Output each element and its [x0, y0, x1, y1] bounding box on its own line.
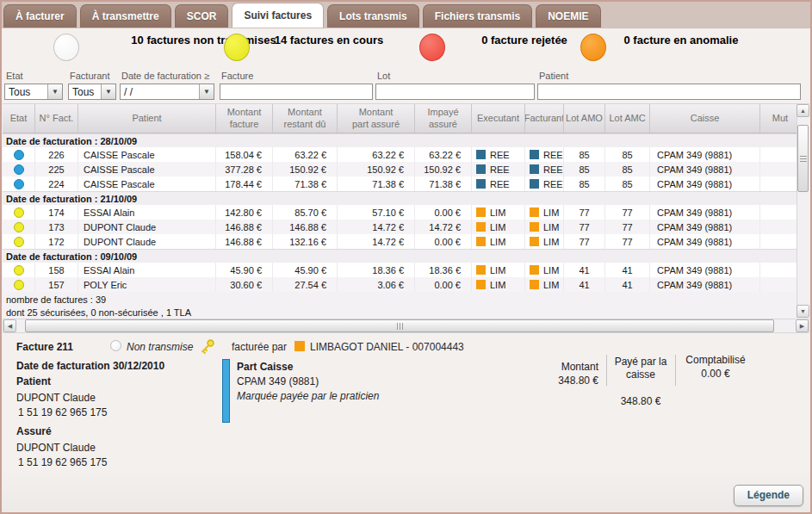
cell-etat: [3, 220, 35, 234]
facture-detail-panel: Facture 211 Non transmise facturée par L…: [2, 334, 810, 512]
scroll-left-icon[interactable]: ◀: [3, 319, 16, 332]
tab-suivi-factures[interactable]: Suivi factures: [232, 3, 324, 28]
cell-fact: REE: [525, 176, 564, 191]
cell-caisse: CPAM 349 (9881): [650, 147, 760, 162]
legende-button[interactable]: Légende: [734, 485, 803, 506]
table-row[interactable]: 157POLY Eric30.60 €27.54 €3.06 €0.00 €LI…: [3, 277, 809, 292]
key-icon[interactable]: [200, 338, 215, 356]
col-header-etat[interactable]: Etat: [3, 104, 35, 133]
vertical-scroll-thumb[interactable]: [797, 125, 809, 192]
table-row[interactable]: 172DUPONT Claude146.88 €132.16 €14.72 €0…: [3, 234, 809, 249]
col-header-executant[interactable]: Executant: [472, 104, 525, 133]
etat-select[interactable]: Tous ▼: [4, 84, 63, 100]
cell-caisse: CPAM 349 (9881): [650, 176, 760, 191]
table-row[interactable]: 226CAISSE Pascale158.04 €63.22 €63.22 €6…: [3, 147, 809, 162]
table-row[interactable]: 174ESSAI Alain142.80 €85.70 €57.10 €0.00…: [3, 205, 809, 220]
cell-mut: [760, 234, 800, 249]
cell-num: 224: [35, 176, 78, 191]
col-header-montant-part-assure[interactable]: Montant part assuré: [338, 104, 415, 133]
cell-mut: [760, 205, 800, 220]
paye-block: Payé par la caisse 348.80 €: [610, 342, 672, 423]
date-facturation-picker[interactable]: / / ▼: [120, 84, 214, 100]
facture-input[interactable]: [220, 84, 372, 99]
cell-m_restant: 85.70 €: [273, 205, 338, 220]
chevron-down-icon[interactable]: ▼: [47, 84, 62, 99]
cell-fact: LIM: [525, 220, 564, 234]
comptabilise-block: Comptabilisé 0.00 €: [680, 354, 751, 381]
cell-patient: CAISSE Pascale: [78, 176, 216, 191]
cell-etat: [3, 263, 35, 277]
scroll-right-icon[interactable]: ▶: [796, 319, 809, 332]
tab-lots-transmis[interactable]: Lots transmis: [327, 4, 419, 28]
cell-amo: 85: [564, 147, 605, 162]
horizontal-scroll-thumb[interactable]: [25, 319, 774, 332]
cell-m_impaye: 0.00 €: [415, 205, 472, 220]
table-body: Date de facturation : 28/10/09226CAISSE …: [3, 133, 809, 292]
group-header: Date de facturation : 28/10/09: [3, 133, 809, 147]
cell-m_facture: 377.28 €: [216, 162, 273, 176]
horizontal-scrollbar[interactable]: ◀ ▶: [3, 319, 809, 333]
yellow-status-dot-icon: [14, 237, 24, 247]
scroll-down-icon[interactable]: ▼: [797, 305, 809, 318]
lot-input[interactable]: [376, 84, 534, 99]
cell-exec: LIM: [472, 234, 525, 249]
facturant-select[interactable]: Tous ▼: [68, 84, 116, 100]
assure-name: DUPONT Claude: [16, 442, 96, 454]
paye-value: 348.80 €: [610, 395, 672, 409]
factures-count: nombre de factures : 39: [6, 294, 809, 307]
cell-caisse: CPAM 349 (9881): [650, 220, 760, 234]
detail-title: Facture 211: [16, 341, 73, 353]
detail-status: Non transmise: [127, 341, 193, 353]
cell-amc: 85: [605, 176, 650, 191]
group-header: Date de facturation : 21/10/09: [3, 191, 809, 205]
cell-patient: POLY Eric: [78, 277, 216, 292]
col-header-caisse[interactable]: Caisse: [650, 104, 760, 133]
col-header-montant-restant[interactable]: Montant restant dû: [273, 104, 338, 133]
tab-a-transmettre[interactable]: À transmettre: [80, 4, 171, 28]
table-row[interactable]: 225CAISSE Pascale377.28 €150.92 €150.92 …: [3, 162, 809, 176]
cell-m_impaye: 18.36 €: [415, 263, 472, 277]
table-row[interactable]: 224CAISSE Pascale178.44 €71.38 €71.38 €7…: [3, 176, 809, 191]
tab-a-facturer[interactable]: À facturer: [3, 4, 77, 28]
cell-m_restant: 27.54 €: [273, 277, 338, 292]
col-header-montant-facture[interactable]: Montant facture: [216, 104, 273, 133]
montant-value: 348.80 €: [531, 375, 598, 388]
teal-square-icon: [476, 179, 486, 189]
cell-num: 172: [35, 234, 78, 249]
chevron-down-icon[interactable]: ▼: [199, 84, 214, 99]
col-header-lot-amo[interactable]: Lot AMO: [564, 104, 605, 133]
tab-scor[interactable]: SCOR: [175, 4, 229, 28]
table-row[interactable]: 158ESSAI Alain45.90 €45.90 €18.36 €18.36…: [3, 263, 809, 277]
vertical-scrollbar[interactable]: ▲ ▼: [797, 104, 809, 318]
col-header-impaye-assure[interactable]: Impayé assuré: [415, 104, 472, 133]
tab-fichiers-transmis[interactable]: Fichiers transmis: [423, 4, 532, 28]
cell-etat: [3, 205, 35, 220]
col-header-mut[interactable]: Mut: [760, 104, 800, 133]
cell-amo: 85: [564, 176, 605, 191]
col-header-lot-amc[interactable]: Lot AMC: [605, 104, 650, 133]
tab-noemie[interactable]: NOEMIE: [536, 4, 600, 28]
orange-square-icon: [530, 207, 539, 217]
col-header-patient[interactable]: Patient: [78, 104, 216, 133]
col-header-facturant[interactable]: Facturant: [525, 104, 564, 133]
cell-exec: LIM: [472, 220, 525, 234]
col-header-num-fact[interactable]: N° Fact.: [35, 104, 78, 133]
table-row[interactable]: 173DUPONT Claude146.88 €146.88 €14.72 €1…: [3, 220, 809, 234]
cell-amc: 41: [605, 277, 650, 292]
factures-breakdown: dont 25 sécurisées, 0 non-sécurisée , 1 …: [6, 307, 809, 319]
practitioner-square-icon: [294, 341, 305, 351]
status-label: 0 facture rejetée: [456, 32, 593, 49]
chevron-down-icon[interactable]: ▼: [101, 84, 115, 99]
scroll-up-icon[interactable]: ▲: [797, 104, 809, 117]
cell-amc: 85: [605, 147, 650, 162]
status-rejetee: 0 facture rejetée: [419, 32, 593, 61]
part-caisse-org: CPAM 349 (9881): [237, 375, 319, 387]
cell-etat: [3, 277, 35, 292]
cell-caisse: CPAM 349 (9881): [650, 205, 760, 220]
patient-input[interactable]: [538, 84, 800, 99]
cell-num: 157: [35, 277, 78, 292]
status-en-cours: 14 factures en cours: [224, 32, 398, 61]
teal-square-icon: [530, 150, 539, 159]
cell-num: 158: [35, 263, 78, 277]
orange-circle-icon: [580, 34, 606, 61]
